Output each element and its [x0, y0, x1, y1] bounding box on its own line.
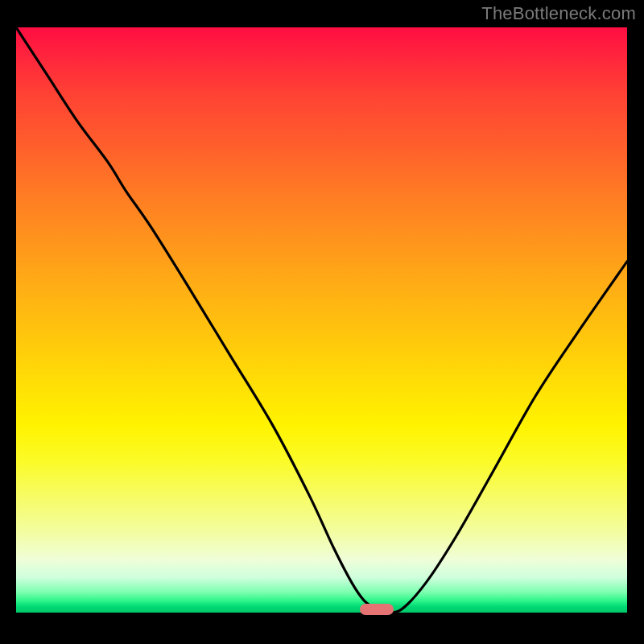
watermark-text: TheBottleneck.com — [481, 3, 636, 24]
chart-gradient-background — [16, 27, 627, 613]
optimal-point-marker — [360, 604, 394, 615]
chart-frame — [16, 27, 627, 613]
